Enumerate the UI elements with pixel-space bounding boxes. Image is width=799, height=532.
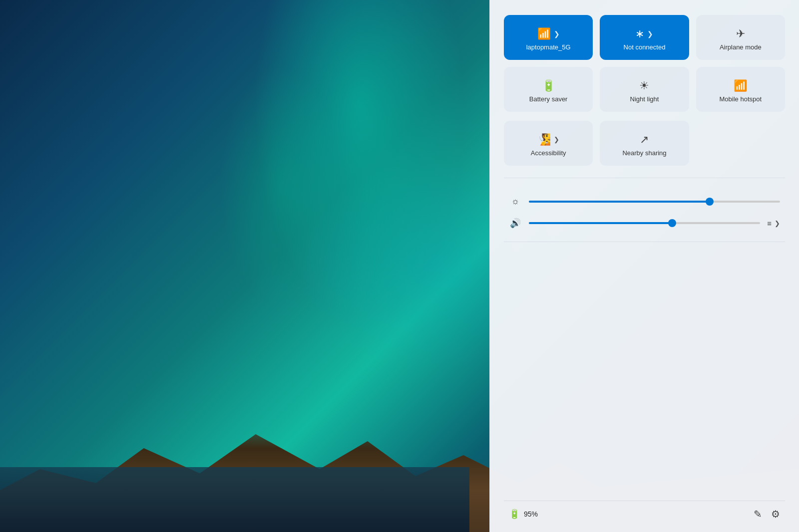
nearby-sharing-tile[interactable]: ↗ Nearby sharing xyxy=(600,121,689,166)
brightness-thumb[interactable] xyxy=(706,198,714,206)
audio-settings-icon: ≡ xyxy=(767,219,772,228)
brightness-icon: ☼ xyxy=(509,196,522,207)
bluetooth-tile-icon-row: ∗ ❯ xyxy=(635,27,653,40)
night-light-tile[interactable]: ☀ Night light xyxy=(600,67,689,112)
divider-1 xyxy=(504,178,785,178)
accessibility-chevron-icon: ❯ xyxy=(554,136,559,143)
hotspot-icon: 📶 xyxy=(734,79,747,92)
night-light-icon: ☀ xyxy=(639,79,649,92)
brightness-fill xyxy=(529,201,710,203)
bluetooth-tile[interactable]: ∗ ❯ Not connected xyxy=(600,15,689,60)
nearby-sharing-label: Nearby sharing xyxy=(622,149,666,157)
panel-footer: 🔋 95% ✎ ⚙ xyxy=(504,501,785,522)
accessibility-label: Accessibility xyxy=(531,149,566,157)
volume-slider-row: 🔊 ≡ ❯ xyxy=(509,218,780,229)
battery-info: 🔋 95% xyxy=(509,509,538,520)
brightness-slider[interactable] xyxy=(529,201,780,203)
bluetooth-icon: ∗ xyxy=(635,27,644,40)
battery-saver-icon-row: 🔋 xyxy=(542,79,555,92)
night-light-icon-row: ☀ xyxy=(639,79,649,92)
volume-icon: 🔊 xyxy=(509,218,522,229)
sliders-section: ☼ 🔊 ≡ ❯ xyxy=(504,186,785,239)
airplane-mode-tile[interactable]: ✈ Airplane mode xyxy=(696,15,785,60)
footer-action-buttons: ✎ ⚙ xyxy=(754,508,780,520)
wifi-chevron-icon: ❯ xyxy=(554,30,560,38)
volume-fill xyxy=(529,222,672,224)
tiles-row-1: 📶 ❯ laptopmate_5G ∗ ❯ Not connected ✈ Ai… xyxy=(504,15,785,112)
airplane-label: Airplane mode xyxy=(720,43,762,51)
volume-slider[interactable] xyxy=(529,222,760,224)
divider-2 xyxy=(504,242,785,242)
nearby-sharing-icon-row: ↗ xyxy=(640,133,649,146)
hotspot-icon-row: 📶 xyxy=(734,79,747,92)
night-light-label: Night light xyxy=(630,95,659,103)
mobile-hotspot-tile[interactable]: 📶 Mobile hotspot xyxy=(696,67,785,112)
empty-tile-spacer xyxy=(696,121,785,166)
bluetooth-chevron-icon: ❯ xyxy=(647,30,653,38)
bluetooth-label: Not connected xyxy=(624,43,666,51)
wifi-icon: 📶 xyxy=(537,27,551,40)
airplane-icon: ✈ xyxy=(736,27,745,40)
wifi-tile-icon-row: 📶 ❯ xyxy=(537,27,560,40)
battery-saver-tile[interactable]: 🔋 Battery saver xyxy=(504,67,593,112)
battery-percentage: 95% xyxy=(524,510,538,518)
nearby-sharing-icon: ↗ xyxy=(640,133,649,146)
battery-saver-label: Battery saver xyxy=(529,95,568,103)
tiles-row-3: 🧏 ❯ Accessibility ↗ Nearby sharing xyxy=(504,121,785,166)
wifi-tile[interactable]: 📶 ❯ laptopmate_5G xyxy=(504,15,593,60)
water-reflection xyxy=(0,467,469,532)
settings-button[interactable]: ⚙ xyxy=(771,508,780,520)
airplane-tile-icon-row: ✈ xyxy=(736,27,745,40)
volume-thumb[interactable] xyxy=(668,219,676,227)
accessibility-icon: 🧏 xyxy=(537,133,551,146)
wifi-label: laptopmate_5G xyxy=(526,43,571,51)
hotspot-label: Mobile hotspot xyxy=(720,95,762,103)
volume-chevron-icon[interactable]: ❯ xyxy=(775,220,780,227)
brightness-slider-row: ☼ xyxy=(509,196,780,207)
battery-icon: 🔋 xyxy=(509,509,520,520)
volume-extra-controls: ≡ ❯ xyxy=(767,219,780,228)
battery-saver-icon: 🔋 xyxy=(542,79,555,92)
edit-quick-settings-button[interactable]: ✎ xyxy=(754,508,762,520)
accessibility-icon-row: 🧏 ❯ xyxy=(537,133,559,146)
quick-settings-panel: 📶 ❯ laptopmate_5G ∗ ❯ Not connected ✈ Ai… xyxy=(489,0,799,532)
accessibility-tile[interactable]: 🧏 ❯ Accessibility xyxy=(504,121,593,166)
